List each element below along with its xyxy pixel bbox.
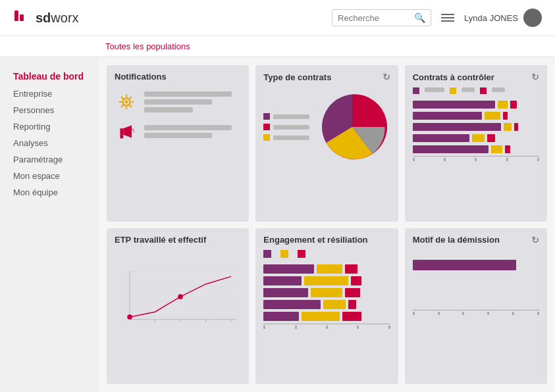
etp-line-chart bbox=[115, 250, 241, 348]
search-box[interactable]: 🔍 bbox=[332, 9, 431, 26]
gear-icon bbox=[115, 90, 138, 113]
contrats-controler-card: Contrats à contrôler ↻ bbox=[405, 65, 547, 222]
legend-dot-yellow bbox=[263, 134, 270, 141]
refresh-icon-3[interactable]: ↻ bbox=[531, 235, 539, 245]
bar-row-5 bbox=[413, 145, 539, 153]
megaphone-icon bbox=[115, 120, 138, 143]
svg-rect-14 bbox=[120, 134, 123, 138]
sidebar-item-analyses[interactable]: Analyses bbox=[13, 135, 86, 151]
legend-label-1 bbox=[273, 114, 309, 119]
axis-line-2 bbox=[263, 324, 390, 324]
notif-line bbox=[144, 107, 193, 112]
notifications-card: Notifications bbox=[107, 65, 249, 222]
svg-point-3 bbox=[124, 100, 128, 103]
bar-row-3 bbox=[413, 123, 539, 131]
population-label: Toutes les populations bbox=[105, 41, 190, 51]
notif-row-1 bbox=[115, 90, 241, 113]
svg-line-9 bbox=[129, 105, 131, 107]
legend-item-1 bbox=[263, 113, 309, 120]
motif-bar-1 bbox=[413, 260, 539, 270]
sidebar-item-parametrage[interactable]: Paramétrage bbox=[13, 151, 86, 168]
eng-bar-5 bbox=[263, 312, 390, 321]
svg-point-16 bbox=[132, 130, 134, 132]
eng-bar-2 bbox=[263, 276, 390, 285]
engagement-legend bbox=[263, 250, 390, 258]
header-right: 🔍 Lynda JONES bbox=[332, 9, 542, 27]
logo-icon bbox=[13, 8, 33, 28]
svg-marker-12 bbox=[120, 128, 123, 135]
sidebar: Tableau de bord Entreprise Personnes Rep… bbox=[0, 57, 99, 392]
contrats-controler-title: Contrats à contrôler ↻ bbox=[413, 72, 539, 82]
sidebar-item-personnes[interactable]: Personnes bbox=[13, 102, 86, 118]
eng-bar-1 bbox=[263, 264, 390, 274]
legend-sq-purple bbox=[413, 87, 419, 94]
notif-line bbox=[144, 125, 232, 130]
eng-bar-4 bbox=[263, 300, 390, 309]
refresh-icon-2[interactable]: ↻ bbox=[531, 72, 539, 82]
sub-header: Toutes les populations bbox=[0, 36, 555, 57]
bar-row-2 bbox=[413, 112, 539, 120]
axis-line bbox=[413, 156, 539, 157]
etp-svg bbox=[115, 253, 241, 345]
svg-point-15 bbox=[132, 128, 134, 130]
axis-ticks-3 bbox=[413, 312, 539, 315]
sidebar-item-mon-espace[interactable]: Mon espace bbox=[13, 168, 86, 184]
legend-dot-purple bbox=[263, 113, 270, 120]
notif-lines-1 bbox=[144, 91, 241, 112]
legend-sq-purple-2 bbox=[263, 250, 271, 258]
notif-line bbox=[144, 91, 232, 97]
motif-chart bbox=[413, 251, 539, 270]
axis-line-3 bbox=[413, 310, 539, 310]
legend-dot-red bbox=[263, 124, 270, 130]
sidebar-item-tableau-de-bord[interactable]: Tableau de bord bbox=[13, 67, 86, 86]
axis-ticks bbox=[413, 158, 539, 161]
notif-line bbox=[144, 99, 212, 105]
main-layout: Tableau de bord Entreprise Personnes Rep… bbox=[0, 57, 555, 392]
pie-container bbox=[263, 87, 390, 163]
pie-chart bbox=[316, 91, 388, 163]
etp-title: ETP travaillé et effectif bbox=[115, 235, 241, 245]
engagement-title: Engagement et résiliation bbox=[263, 235, 390, 245]
eng-bar-3 bbox=[263, 288, 390, 297]
engagement-card: Engagement et résiliation bbox=[255, 228, 398, 385]
sidebar-item-reporting[interactable]: Reporting bbox=[13, 118, 86, 135]
legend-sq-yellow-2 bbox=[280, 250, 288, 258]
logo: sdworx bbox=[13, 8, 79, 28]
sidebar-item-mon-equipe[interactable]: Mon équipe bbox=[13, 184, 86, 201]
legend-label-3 bbox=[273, 135, 309, 140]
legend-sq-red bbox=[480, 87, 487, 94]
svg-line-10 bbox=[129, 97, 131, 99]
header: sdworx 🔍 Lynda JONES bbox=[0, 0, 555, 36]
engagement-bar-chart bbox=[263, 262, 390, 321]
svg-point-23 bbox=[127, 314, 132, 320]
type-contrats-card: Type de contrats ↻ bbox=[255, 65, 398, 222]
motif-card: Motif de la démission ↻ bbox=[405, 228, 547, 385]
svg-point-24 bbox=[178, 294, 183, 299]
legend-label-2 bbox=[273, 125, 309, 130]
legend-sq-red-2 bbox=[298, 250, 305, 258]
notif-line bbox=[144, 133, 212, 138]
user-info: Lynda JONES bbox=[464, 9, 542, 27]
axis-ticks-2 bbox=[263, 326, 390, 329]
legend-sq-yellow bbox=[450, 87, 456, 94]
refresh-icon[interactable]: ↻ bbox=[383, 72, 390, 82]
hamburger-menu[interactable] bbox=[441, 14, 454, 22]
contrats-legend bbox=[413, 87, 539, 94]
bar-row-1 bbox=[413, 101, 539, 109]
svg-rect-1 bbox=[20, 14, 24, 21]
motif-title: Motif de la démission ↻ bbox=[413, 235, 539, 245]
notif-lines-2 bbox=[144, 125, 241, 138]
svg-line-8 bbox=[121, 97, 123, 99]
bar-row-4 bbox=[413, 134, 539, 142]
contrats-bar-chart bbox=[413, 98, 539, 153]
search-input[interactable] bbox=[338, 13, 410, 23]
type-contrats-title: Type de contrats ↻ bbox=[263, 72, 390, 82]
logo-text: sdworx bbox=[36, 11, 79, 26]
pie-legend bbox=[263, 113, 309, 141]
content-grid: Notifications bbox=[99, 57, 555, 392]
notifications-title: Notifications bbox=[115, 72, 241, 82]
etp-card: ETP travaillé et effectif bbox=[107, 228, 249, 385]
sidebar-item-entreprise[interactable]: Entreprise bbox=[13, 86, 86, 102]
user-name: Lynda JONES bbox=[464, 13, 518, 23]
svg-rect-0 bbox=[14, 11, 18, 21]
